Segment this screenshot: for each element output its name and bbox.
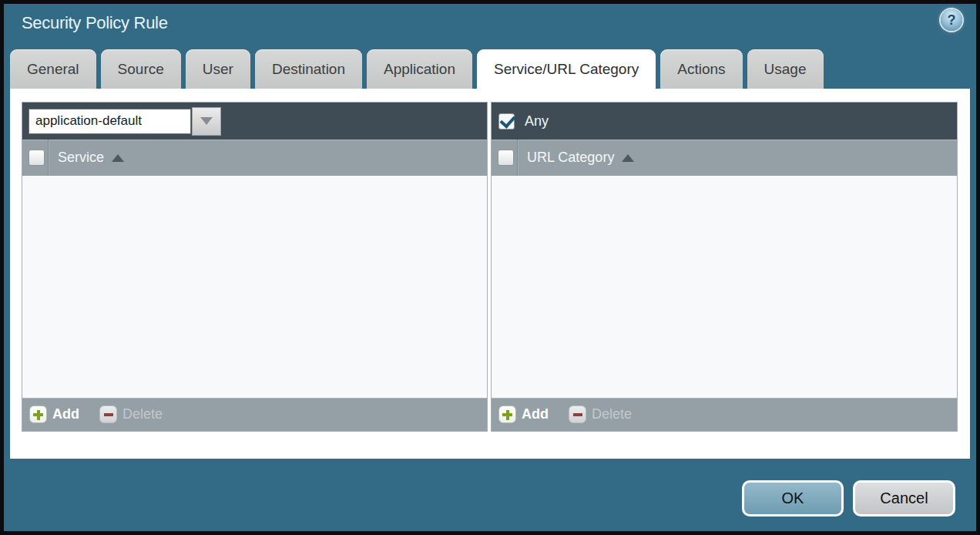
sort-ascending-icon <box>622 154 634 162</box>
tab-service-url-category[interactable]: Service/URL Category <box>477 49 656 89</box>
service-type-dropdown[interactable]: application-default <box>29 107 221 136</box>
tab-destination[interactable]: Destination <box>255 49 362 89</box>
service-list[interactable] <box>22 176 487 398</box>
service-add-button[interactable]: Add <box>29 405 79 423</box>
url-category-toolbar: Any <box>492 103 957 140</box>
add-button-label: Add <box>522 406 549 422</box>
url-category-footer: Add Delete <box>492 398 957 431</box>
ok-button[interactable]: OK <box>742 480 844 516</box>
url-category-delete-button[interactable]: Delete <box>569 405 632 423</box>
url-category-column-header: URL Category <box>492 140 957 176</box>
any-row: Any <box>498 113 549 130</box>
service-column-sort[interactable]: Service <box>58 150 124 166</box>
minus-icon <box>569 405 586 423</box>
service-column-header: Service <box>22 140 487 176</box>
dialog-title: Security Policy Rule <box>22 13 168 33</box>
tab-application[interactable]: Application <box>367 49 472 89</box>
service-delete-button[interactable]: Delete <box>99 405 163 423</box>
service-select-all-cell <box>22 140 49 176</box>
sort-ascending-icon <box>112 154 124 162</box>
url-category-column-sort[interactable]: URL Category <box>527 150 634 166</box>
url-category-list[interactable] <box>492 176 957 398</box>
tab-source[interactable]: Source <box>101 49 181 89</box>
service-toolbar: application-default <box>22 103 487 140</box>
tab-general[interactable]: General <box>10 49 96 89</box>
url-category-add-button[interactable]: Add <box>498 405 549 423</box>
service-type-value[interactable]: application-default <box>29 109 191 134</box>
url-category-select-all-checkbox[interactable] <box>498 150 514 166</box>
tab-bar: General Source User Destination Applicat… <box>10 49 824 89</box>
add-button-label: Add <box>52 406 79 422</box>
url-category-panel: Any URL Category Add <box>491 102 958 432</box>
cancel-button[interactable]: Cancel <box>853 480 955 516</box>
minus-icon <box>99 405 117 423</box>
delete-button-label: Delete <box>592 406 632 422</box>
help-glyph: ? <box>948 12 956 29</box>
any-checkbox[interactable] <box>498 113 515 130</box>
service-type-dropdown-button[interactable] <box>192 107 221 136</box>
plus-icon <box>29 405 47 423</box>
chevron-down-icon <box>200 117 213 125</box>
tab-actions[interactable]: Actions <box>660 49 742 89</box>
service-select-all-checkbox[interactable] <box>29 150 45 166</box>
security-policy-rule-dialog: Security Policy Rule ? General Source Us… <box>0 0 980 535</box>
service-footer: Add Delete <box>22 398 487 431</box>
service-panel: application-default Service <box>22 102 488 432</box>
tab-user[interactable]: User <box>186 49 250 89</box>
tab-content-area: application-default Service <box>10 89 970 459</box>
url-category-column-label: URL Category <box>527 150 614 166</box>
plus-icon <box>498 405 516 423</box>
any-label: Any <box>525 113 549 130</box>
url-category-select-all-cell <box>492 140 518 176</box>
service-column-label: Service <box>58 150 104 166</box>
delete-button-label: Delete <box>123 406 163 422</box>
tab-usage[interactable]: Usage <box>747 49 824 89</box>
help-icon[interactable]: ? <box>941 9 962 31</box>
